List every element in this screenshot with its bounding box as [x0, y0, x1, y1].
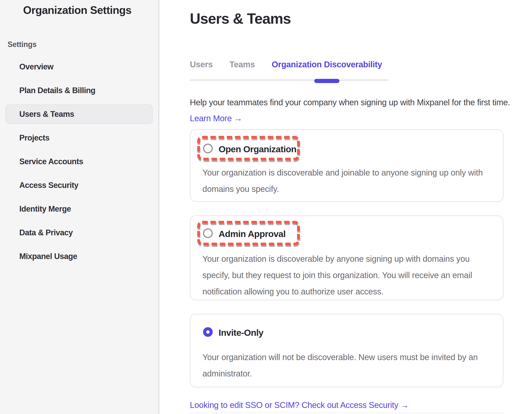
learn-more-link[interactable]: Learn More → [190, 112, 242, 125]
sidebar-item-label: Projects [19, 133, 49, 142]
option-label: Open Organization [218, 143, 296, 155]
tab-users[interactable]: Users [190, 59, 213, 70]
sidebar-item-plan-details-billing[interactable]: Plan Details & Billing [0, 79, 158, 102]
radio-open-organization[interactable] [203, 144, 213, 153]
sidebar-item-label: Plan Details & Billing [19, 86, 95, 95]
tab-teams[interactable]: Teams [229, 59, 255, 70]
sidebar-item-label: Service Accounts [19, 157, 83, 166]
sidebar-item-label: Users & Teams [19, 110, 74, 119]
option-description: Your organization is discoverable and jo… [202, 164, 509, 197]
sidebar-item-overview[interactable]: Overview [0, 55, 158, 79]
access-security-link[interactable]: Looking to edit SSO or SCIM? Check out A… [190, 399, 409, 411]
option-card-open-organization: Open Organization Your organization is d… [190, 129, 504, 202]
sidebar-item-users-teams[interactable]: Users & Teams [0, 102, 158, 126]
intro-text: Help your teammates find your company wh… [190, 96, 532, 109]
option-card-admin-approval: Admin Approval Your organization is disc… [190, 215, 504, 300]
sidebar-item-label: Identity Merge [19, 205, 71, 214]
tab-organization-discoverability[interactable]: Organization Discoverability [272, 59, 382, 70]
sidebar-section-label: Settings [0, 39, 158, 49]
sidebar-item-access-security[interactable]: Access Security [0, 173, 158, 197]
sidebar-item-label: Data & Privacy [19, 228, 73, 237]
radio-invite-only[interactable] [203, 327, 213, 337]
option-label: Admin Approval [218, 228, 285, 239]
main-content: Users & Teams Users Teams Organization D… [160, 0, 532, 414]
radio-admin-approval[interactable] [203, 228, 213, 238]
settings-sidebar: Organization Settings Settings Overview … [0, 0, 160, 414]
option-description: Your organization is discoverable by any… [202, 251, 509, 300]
sidebar-item-label: Mixpanel Usage [19, 252, 77, 261]
option-label: Invite-Only [218, 327, 263, 338]
option-description: Your organization will not be discoverab… [202, 349, 509, 382]
sidebar-item-label: Overview [19, 62, 54, 71]
sidebar-title: Organization Settings [0, 0, 158, 17]
section-divider [190, 413, 504, 414]
sidebar-item-data-privacy[interactable]: Data & Privacy [0, 221, 158, 245]
sidebar-item-projects[interactable]: Projects [0, 126, 158, 150]
sidebar-nav: Overview Plan Details & Billing Users & … [0, 55, 158, 268]
sidebar-item-label: Access Security [19, 181, 78, 190]
option-card-invite-only: Invite-Only Your organization will not b… [190, 314, 504, 387]
sidebar-item-identity-merge[interactable]: Identity Merge [0, 197, 158, 221]
organization-settings-page: Organization Settings Settings Overview … [0, 0, 532, 414]
tab-bar: Users Teams Organization Discoverability [190, 59, 389, 81]
page-title: Users & Teams [190, 10, 532, 28]
sidebar-item-service-accounts[interactable]: Service Accounts [0, 150, 158, 173]
sidebar-item-mixpanel-usage[interactable]: Mixpanel Usage [0, 245, 158, 268]
